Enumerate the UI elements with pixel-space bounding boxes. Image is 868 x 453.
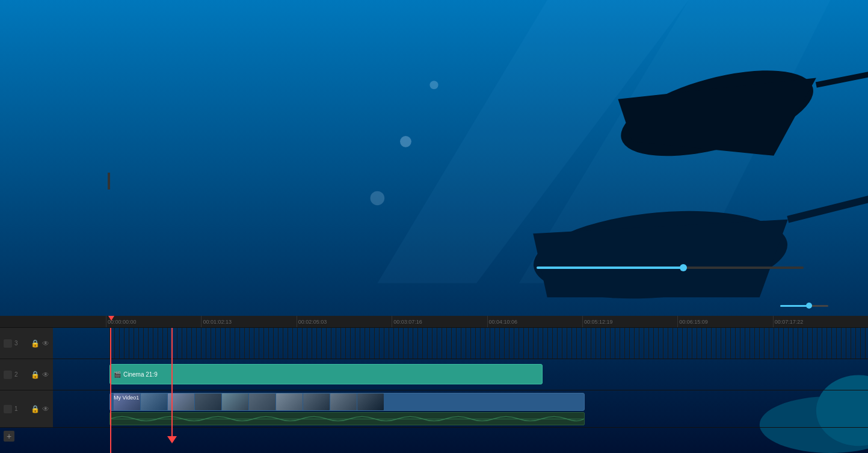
thumb-2 bbox=[141, 393, 167, 410]
video-clip[interactable]: My Video1 bbox=[109, 393, 585, 411]
playhead-triangle bbox=[108, 316, 114, 321]
track-3-icons: 3 bbox=[4, 339, 18, 348]
track-2-grid-icon bbox=[4, 371, 12, 379]
preview-video bbox=[483, 49, 868, 257]
thumb-4 bbox=[195, 393, 221, 410]
track-header-2: 2 🔒 👁 bbox=[0, 359, 53, 390]
zoom-fill bbox=[780, 305, 809, 307]
track-1-grid-icon bbox=[4, 405, 12, 413]
progress-knob[interactable] bbox=[680, 264, 687, 271]
add-track-row[interactable]: + bbox=[0, 428, 868, 445]
track-2-icons: 2 bbox=[4, 371, 18, 379]
progress-fill bbox=[537, 267, 683, 269]
thumb-5 bbox=[222, 393, 248, 410]
ruler-mark-4: 00:04:10:06 bbox=[487, 316, 582, 327]
thumb-7 bbox=[276, 393, 303, 410]
timeline-tracks: 3 🔒 👁 2 🔒 👁 bbox=[0, 328, 868, 453]
playhead-indicator bbox=[108, 316, 114, 321]
track-1-lock-button[interactable]: 🔒 bbox=[31, 405, 40, 413]
track-1: 1 🔒 👁 bbox=[0, 390, 868, 428]
track-1-icons: 1 bbox=[4, 405, 18, 413]
track-3: 3 🔒 👁 bbox=[0, 328, 868, 359]
track-3-number: 3 bbox=[14, 340, 18, 347]
thumb-10 bbox=[357, 393, 384, 410]
drag-arrowhead bbox=[167, 436, 177, 443]
track-1-eye-button[interactable]: 👁 bbox=[42, 405, 49, 413]
track-header-1: 1 🔒 👁 bbox=[0, 390, 53, 427]
track-3-lock-button[interactable]: 🔒 bbox=[31, 339, 40, 348]
timeline-ruler: 00:00:00:00 00:01:02:13 00:02:05:03 00:0… bbox=[0, 316, 868, 328]
track-3-grid-icon bbox=[4, 339, 12, 348]
thumb-8 bbox=[303, 393, 330, 410]
thumb-9 bbox=[330, 393, 357, 410]
thumb-6 bbox=[249, 393, 275, 410]
ruler-mark-2: 00:02:05:03 bbox=[297, 316, 392, 327]
track-2-number: 2 bbox=[14, 371, 18, 378]
track-1-number: 1 bbox=[14, 405, 18, 412]
audio-waveform bbox=[109, 412, 585, 425]
ruler-marks-container: 00:00:00:00 00:01:02:13 00:02:05:03 00:0… bbox=[106, 316, 868, 327]
waveform-line bbox=[110, 419, 584, 419]
ruler-mark-3: 00:03:07:16 bbox=[392, 316, 487, 327]
track-2: 2 🔒 👁 🎬 Cinema 21:9 bbox=[0, 359, 868, 390]
preview-svg bbox=[483, 49, 868, 257]
track-3-empty bbox=[109, 328, 868, 359]
drag-arrow bbox=[167, 328, 177, 443]
cinema-clip-label: Cinema 21:9 bbox=[123, 371, 158, 378]
video-clip-label: My Video1 bbox=[114, 395, 139, 401]
track-2-controls: 🔒 👁 bbox=[31, 371, 49, 379]
zoom-knob[interactable] bbox=[806, 303, 812, 309]
preview-area: ⏮ ◀◀ ▶ ⏹ { } 00:00:29:02 ⊡ 📷 🔊 ⛶ bbox=[483, 49, 868, 295]
track-3-eye-button[interactable]: 👁 bbox=[42, 339, 49, 348]
timeline-area: ↩ ↪ 🗑 ✂ ≡ 🛡 🎤 ⧉ [ ] − + ⊕ ⏸ 00:00:00:00 … bbox=[0, 295, 868, 453]
track-2-eye-button[interactable]: 👁 bbox=[42, 371, 49, 379]
zoom-slider[interactable] bbox=[780, 305, 828, 307]
progress-bar[interactable] bbox=[537, 267, 804, 269]
playhead-line bbox=[110, 328, 111, 453]
ruler-mark-0: 00:00:00:00 bbox=[106, 316, 201, 327]
cinema-clip-icon: 🎬 bbox=[114, 371, 121, 378]
track-header-3: 3 🔒 👁 bbox=[0, 328, 53, 359]
track-1-controls: 🔒 👁 bbox=[31, 405, 49, 413]
ruler-mark-1: 00:01:02:13 bbox=[201, 316, 296, 327]
ruler-mark-6: 00:06:15:09 bbox=[677, 316, 772, 327]
track-2-lock-button[interactable]: 🔒 bbox=[31, 371, 40, 379]
drag-line bbox=[171, 328, 173, 436]
ruler-mark-5: 00:05:12:19 bbox=[582, 316, 677, 327]
ruler-mark-7: 00:07:17:22 bbox=[773, 316, 868, 327]
preview-frame bbox=[483, 49, 868, 257]
add-track-icon[interactable]: + bbox=[4, 431, 14, 442]
video-clip-thumbnails bbox=[114, 393, 384, 410]
track-3-controls: 🔒 👁 bbox=[31, 339, 49, 348]
